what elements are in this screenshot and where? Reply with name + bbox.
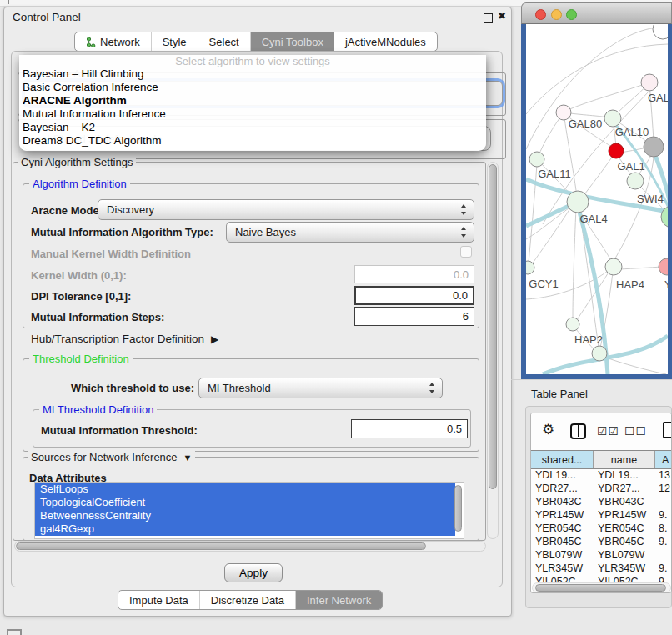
checked-boxes-icon[interactable]: ☑☑ [597,424,619,438]
table-row[interactable]: YDR27...YDR27...12 [531,482,672,495]
minimize-traffic-light[interactable] [551,9,562,20]
column-header-sharedname[interactable]: shared... [531,451,594,468]
table-horizontal-scroll-thumb[interactable] [535,584,666,592]
node-label-hap2: HAP2 [574,333,603,346]
close-panel-icon[interactable]: ✖ [498,10,506,22]
mi-threshold-group-title: MI Threshold Definition [39,403,157,416]
unchecked-boxes-icon[interactable]: ☐☐ [624,424,647,438]
top-strip-tick [8,0,9,4]
node-label-gal11: GAL11 [538,168,571,180]
settings-vertical-scroll-thumb[interactable] [489,164,497,489]
node-unnamed-bottom[interactable] [592,346,607,361]
aracne-mode-combo[interactable]: Discovery [98,199,474,220]
apply-button[interactable]: Apply [224,563,283,582]
tab-network[interactable]: Network [75,32,152,51]
algorithm-option[interactable]: Basic Correlation Inference [19,81,486,94]
node-label-swi4: SWI4 [637,192,664,205]
table-row[interactable]: YBL079WYBL079W [531,548,672,562]
manual-kernel-checkbox[interactable] [460,246,472,258]
node-unnamed-top[interactable] [653,24,668,39]
zoom-traffic-light[interactable] [566,9,577,20]
hub-definition-disclosure[interactable]: Hub/Transcription Factor Definition ▶ [31,332,218,345]
sources-disclosure[interactable]: Sources for Network Inference ▼ [28,451,195,463]
table-panel-body: ⚙ ☑☑ ☐☐ shared... name A YDL19...YDL19..… [530,412,672,593]
disclosure-down-icon: ▼ [183,452,193,462]
node-hap2[interactable] [566,318,579,331]
node-label-gal7: GAL [648,92,668,104]
column-header-name[interactable]: name [594,451,655,468]
node-swi4[interactable] [627,172,644,189]
settings-horizontal-scroll-thumb[interactable] [16,542,426,550]
table-panel-title: Table Panel [531,388,588,400]
node-label-gal1: GAL1 [617,160,644,172]
table-row[interactable]: YLR345WYLR345W9. [531,562,672,575]
data-attributes-list: SelfLoops TopologicalCoefficient Between… [34,482,464,539]
node-label-gal80: GAL80 [569,118,602,130]
column-header-partial[interactable]: A [655,451,672,468]
partial-panel-icon[interactable] [7,629,22,635]
kernel-width-field[interactable]: 0.0 [354,265,474,283]
table-row[interactable]: YPR145WYPR145W9. [531,508,672,522]
table-header-row: shared... name A [531,450,672,469]
mi-steps-field[interactable]: 6 [354,307,474,326]
table-row[interactable]: YBR045CYBR045C9. [531,535,672,548]
attribute-item[interactable]: BetweennessCentrality [35,509,455,522]
network-icon [86,37,96,48]
node-label-hap4: HAP4 [616,278,644,291]
tab-discretize-data[interactable]: Discretize Data [200,591,296,609]
mi-type-label: Mutual Information Algorithm Type: [31,226,213,238]
algorithm-definition-title: Algorithm Definition [29,178,130,190]
network-view[interactable]: GAL GAL80 GAL10 GAL1 SWI4 GAL11 GAL4 GCY… [521,24,672,379]
aracne-mode-label: Aracne Mode: [31,204,103,217]
tab-jactivemnodules[interactable]: jActiveMNodules [334,32,437,51]
network-window-titlebar[interactable] [521,2,672,24]
bottom-tabbar: Impute Data Discretize Data Infer Networ… [118,590,383,610]
table-toolbar: ⚙ ☑☑ ☐☐ [531,413,672,450]
table-row[interactable]: YDL19...YDL19...13 [531,468,672,482]
node-gal11[interactable] [529,152,544,167]
aracne-mode-value: Discovery [107,203,154,216]
table-row[interactable]: YBR043CYBR043C [531,495,672,508]
tab-style[interactable]: Style [152,32,198,51]
gear-icon[interactable]: ⚙ [542,421,554,438]
manual-kernel-label: Manual Kernel Width Definition [31,248,191,260]
threshold-definition-title: Threshold Definition [29,352,133,365]
file-icon[interactable] [663,422,672,438]
node-gal1[interactable] [609,143,624,158]
table-rows: YDL19...YDL19...13 YDR27...YDR27...12 YB… [531,468,672,582]
node-unnamed-gray[interactable] [644,137,664,157]
mi-threshold-label: Mutual Information Threshold: [41,424,198,437]
algorithm-option[interactable]: Bayesian – Hill Climbing [19,68,486,81]
node-gal10[interactable] [604,110,621,127]
table-row[interactable]: YER054CYER054C8. [531,522,672,535]
dpi-tolerance-label: DPI Tolerance [0,1]: [31,290,131,302]
node-gal7[interactable] [641,74,658,91]
algorithm-option[interactable]: Dream8 DC_TDC Algorithm [19,134,486,148]
which-threshold-combo[interactable]: MI Threshold [198,378,443,398]
node-salmon[interactable] [659,258,668,275]
attribute-item[interactable]: TopologicalCoefficient [35,496,455,509]
algorithm-option[interactable]: Bayesian – K2 [19,121,486,134]
tab-cyni-toolbox[interactable]: Cyni Toolbox [251,32,334,51]
attribute-item[interactable]: SelfLoops [35,482,455,496]
algorithm-option-selected[interactable]: ARACNE Algorithm [19,94,486,108]
which-threshold-label: Which threshold to use: [71,382,194,394]
tab-infer-network[interactable]: Infer Network [296,591,382,609]
algorithm-option[interactable]: Mutual Information Inference [19,108,486,121]
attribute-list-scroll-thumb[interactable] [454,485,462,532]
close-traffic-light[interactable] [535,9,546,20]
tab-select[interactable]: Select [198,32,251,51]
network-canvas[interactable]: GAL GAL80 GAL10 GAL1 SWI4 GAL11 GAL4 GCY… [526,24,668,374]
dropdown-hint: Select algorithm to view settings [19,55,486,68]
split-columns-icon[interactable] [570,423,586,439]
table-row[interactable]: YIL052CYIL052C9 [531,575,672,582]
tab-impute-data[interactable]: Impute Data [118,591,200,609]
node-gal4[interactable] [567,191,589,212]
node-label-gal10: GAL10 [615,126,649,138]
float-panel-icon[interactable] [484,13,493,22]
attribute-item[interactable]: gal4RGexp [35,522,455,536]
mi-type-combo[interactable]: Naive Bayes [226,222,474,242]
dpi-tolerance-field[interactable]: 0.0 [354,286,474,305]
node-hap4[interactable] [605,258,622,275]
mi-threshold-field[interactable]: 0.5 [351,419,468,438]
